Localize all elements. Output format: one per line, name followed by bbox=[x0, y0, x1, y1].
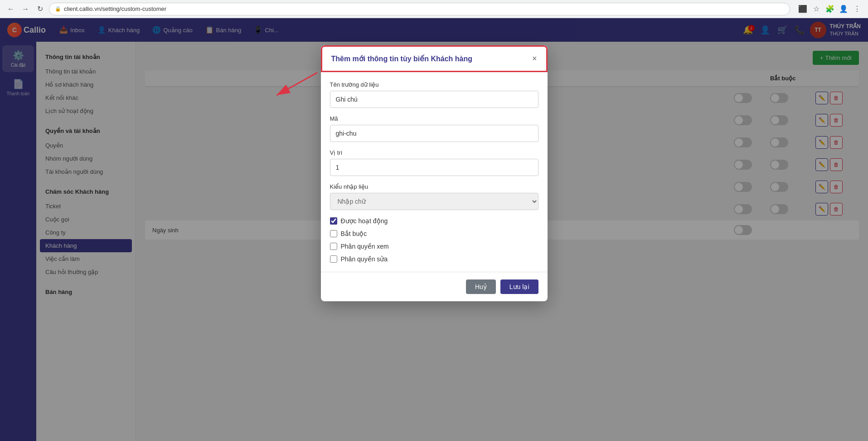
form-group-vitri: Vị trí bbox=[330, 149, 538, 176]
profile-icon[interactable]: 👤 bbox=[838, 4, 849, 15]
modal-title: Thêm mới thông tin tùy biến Khách hàng bbox=[331, 54, 473, 63]
checkbox-batbuoc[interactable] bbox=[330, 230, 337, 237]
browser-actions: ⬛ ☆ 🧩 👤 ⋮ bbox=[797, 4, 863, 15]
checkbox-group: Được hoạt động Bắt buộc Phân quyền xem P… bbox=[330, 217, 538, 263]
url-bar[interactable]: 🔒 client.callio.vn/setting/custom-custom… bbox=[49, 3, 790, 15]
url-text: client.callio.vn/setting/custom-customer bbox=[64, 5, 166, 12]
vitri-label: Vị trí bbox=[330, 149, 538, 156]
checkbox-duochoatdong[interactable] bbox=[330, 217, 337, 225]
bookmark-icon[interactable]: ☆ bbox=[811, 4, 822, 15]
kieunhap-select[interactable]: Nhập chữ Nhập số Ngày tháng Checkbox Dro… bbox=[330, 193, 538, 210]
modal-footer: Huỷ Lưu lại bbox=[321, 272, 548, 301]
back-button[interactable]: ← bbox=[5, 4, 16, 15]
modal: Thêm mới thông tin tùy biến Khách hàng ×… bbox=[321, 45, 548, 301]
ma-label: Mã bbox=[330, 115, 538, 122]
modal-overlay[interactable]: Thêm mới thông tin tùy biến Khách hàng ×… bbox=[0, 18, 868, 441]
kieunhap-label: Kiểu nhập liệu bbox=[330, 183, 538, 190]
checkbox-phanquyenxem[interactable] bbox=[330, 243, 337, 250]
forward-button[interactable]: → bbox=[20, 4, 31, 15]
cancel-button[interactable]: Huỷ bbox=[466, 279, 496, 294]
browser-bar: ← → ↻ 🔒 client.callio.vn/setting/custom-… bbox=[0, 0, 868, 18]
cast-icon[interactable]: ⬛ bbox=[797, 4, 808, 15]
form-group-tentruong: Tên trường dữ liệu bbox=[330, 81, 538, 108]
lock-icon: 🔒 bbox=[55, 6, 61, 12]
vitri-input[interactable] bbox=[330, 159, 538, 176]
checkbox-item-phanquyensua[interactable]: Phân quyền sửa bbox=[330, 255, 538, 263]
form-group-ma: Mã bbox=[330, 115, 538, 142]
modal-header: Thêm mới thông tin tùy biến Khách hàng × bbox=[321, 45, 548, 72]
checkbox-item-duochoatdong[interactable]: Được hoạt động bbox=[330, 217, 538, 225]
extension-icon[interactable]: 🧩 bbox=[824, 4, 835, 15]
more-icon[interactable]: ⋮ bbox=[852, 4, 863, 15]
checkbox-item-batbuoc[interactable]: Bắt buộc bbox=[330, 230, 538, 237]
modal-body: Tên trường dữ liệu Mã Vị trí Kiểu nhập l… bbox=[321, 72, 548, 272]
checkbox-phanquyenxem-label: Phân quyền xem bbox=[341, 243, 389, 250]
reload-button[interactable]: ↻ bbox=[34, 4, 45, 15]
modal-close-button[interactable]: × bbox=[532, 54, 537, 64]
checkbox-duochoatdong-label: Được hoạt động bbox=[341, 217, 388, 225]
checkbox-batbuoc-label: Bắt buộc bbox=[341, 230, 367, 237]
checkbox-phanquyensua[interactable] bbox=[330, 255, 337, 263]
field-name-input[interactable] bbox=[330, 91, 538, 108]
save-button[interactable]: Lưu lại bbox=[500, 279, 538, 294]
ma-input[interactable] bbox=[330, 125, 538, 142]
field-name-label: Tên trường dữ liệu bbox=[330, 81, 538, 88]
form-group-kieunhap: Kiểu nhập liệu Nhập chữ Nhập số Ngày thá… bbox=[330, 183, 538, 210]
checkbox-item-phanquyenxem[interactable]: Phân quyền xem bbox=[330, 243, 538, 250]
checkbox-phanquyensua-label: Phân quyền sửa bbox=[341, 255, 388, 263]
